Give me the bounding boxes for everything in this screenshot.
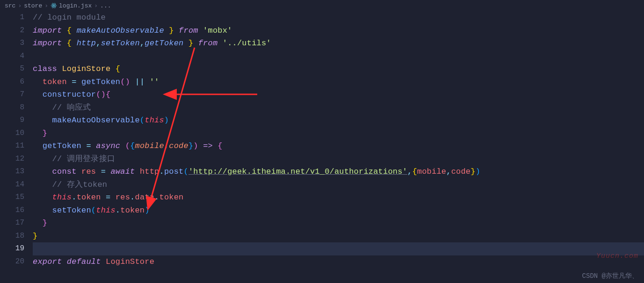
line-number: 5 (0, 63, 24, 76)
chevron-right-icon: › (94, 2, 98, 9)
line-number: 1 (0, 11, 24, 24)
code-line[interactable] (33, 50, 644, 63)
code-line[interactable] (33, 242, 644, 255)
line-number: 20 (0, 255, 24, 269)
line-number: 2 (0, 24, 24, 37)
line-number: 14 (0, 178, 24, 191)
react-icon (51, 2, 57, 9)
code-line[interactable]: setToken(this.token) (33, 204, 644, 217)
code-line[interactable]: import { makeAutoObservable } from 'mobx… (33, 24, 644, 37)
code-content[interactable]: // login module import { makeAutoObserva… (33, 11, 644, 268)
line-number: 7 (0, 88, 24, 101)
code-line[interactable]: makeAutoObservable(this) (33, 114, 644, 127)
line-number: 10 (0, 127, 24, 140)
line-gutter: 1 2 3 4 5 6 7 8 9 10 11 12 13 14 15 16 1… (0, 11, 33, 268)
line-number: 18 (0, 230, 24, 243)
line-number: 16 (0, 204, 24, 217)
line-number: 19 (0, 242, 24, 255)
code-line[interactable]: token = getToken() || '' (33, 76, 644, 89)
line-number: 15 (0, 191, 24, 204)
chevron-right-icon: › (18, 2, 22, 9)
code-line[interactable]: // 存入token (33, 178, 644, 191)
line-number: 4 (0, 50, 24, 63)
code-line[interactable]: export default LoginStore (33, 255, 644, 269)
code-editor[interactable]: 1 2 3 4 5 6 7 8 9 10 11 12 13 14 15 16 1… (0, 11, 644, 268)
line-number: 9 (0, 114, 24, 127)
code-line[interactable]: getToken = async ({mobile,code}) => { (33, 140, 644, 153)
breadcrumb: src › store › login.jsx › ... (0, 0, 644, 11)
breadcrumb-src[interactable]: src (5, 2, 15, 9)
code-line[interactable]: } (33, 217, 644, 230)
line-number: 6 (0, 76, 24, 89)
code-line[interactable]: // login module (33, 11, 644, 24)
line-number: 11 (0, 140, 24, 153)
code-line[interactable]: } (33, 230, 644, 243)
code-line[interactable]: import { http,setToken,getToken } from '… (33, 37, 644, 50)
code-line[interactable]: this.token = res.data.token (33, 191, 644, 204)
code-line[interactable]: } (33, 127, 644, 140)
breadcrumb-more[interactable]: ... (100, 2, 111, 9)
breadcrumb-store[interactable]: store (24, 2, 42, 9)
breadcrumb-filename: login.jsx (59, 2, 92, 9)
code-line[interactable]: // 响应式 (33, 101, 644, 114)
code-line[interactable]: class LoginStore { (33, 63, 644, 76)
chevron-right-icon: › (44, 2, 48, 9)
svg-point-0 (53, 5, 54, 6)
code-line[interactable]: // 调用登录接口 (33, 153, 644, 166)
code-line[interactable]: const res = await http.post('http://geek… (33, 165, 644, 178)
line-number: 17 (0, 217, 24, 230)
breadcrumb-file[interactable]: login.jsx (51, 2, 92, 9)
line-number: 13 (0, 165, 24, 178)
line-number: 8 (0, 101, 24, 114)
line-number: 3 (0, 37, 24, 50)
watermark-csdn: CSDN @亦世凡华、 (582, 272, 638, 280)
code-line[interactable]: constructor(){ (33, 88, 644, 101)
line-number: 12 (0, 153, 24, 166)
